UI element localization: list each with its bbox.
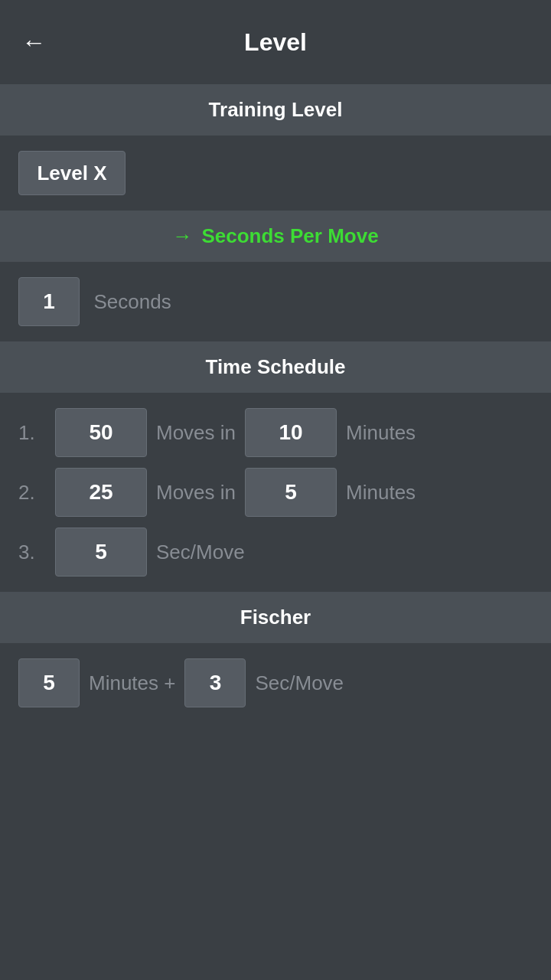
back-button[interactable]: ← bbox=[21, 30, 46, 54]
row-1-number: 1. bbox=[18, 421, 46, 445]
row-1-time-value[interactable]: 10 bbox=[245, 408, 337, 457]
row-1-time-label: Minutes bbox=[346, 421, 416, 445]
spm-title: Seconds Per Move bbox=[201, 224, 378, 248]
spm-value-box[interactable]: 1 bbox=[18, 277, 80, 326]
fischer-minutes-value[interactable]: 5 bbox=[18, 658, 80, 707]
row-1-moves-label: Moves in bbox=[156, 421, 236, 445]
fischer-sec-label: Sec/Move bbox=[255, 671, 344, 695]
row-3-number: 3. bbox=[18, 541, 46, 564]
training-level-body: Level X bbox=[0, 136, 551, 211]
schedule-row-2: 2. 25 Moves in 5 Minutes bbox=[18, 468, 533, 517]
fischer-sec-value[interactable]: 3 bbox=[184, 658, 246, 707]
row-3-moves-label: Sec/Move bbox=[156, 541, 245, 564]
level-value-box[interactable]: Level X bbox=[18, 151, 126, 195]
training-level-header: Training Level bbox=[0, 84, 551, 136]
fischer-row: 5 Minutes + 3 Sec/Move bbox=[18, 658, 533, 707]
schedule-row-1: 1. 50 Moves in 10 Minutes bbox=[18, 408, 533, 457]
row-2-moves-label: Moves in bbox=[156, 481, 236, 505]
row-2-time-value[interactable]: 5 bbox=[245, 468, 337, 517]
time-schedule-header: Time Schedule bbox=[0, 341, 551, 393]
row-1-moves-value[interactable]: 50 bbox=[55, 408, 147, 457]
fischer-header: Fischer bbox=[0, 592, 551, 643]
seconds-per-move-body: 1 Seconds bbox=[0, 262, 551, 341]
row-2-time-label: Minutes bbox=[346, 481, 416, 505]
page-title: Level bbox=[244, 28, 307, 57]
row-2-moves-value[interactable]: 25 bbox=[55, 468, 147, 517]
spm-arrow-icon: → bbox=[172, 224, 192, 248]
fischer-minutes-label: Minutes + bbox=[89, 671, 175, 695]
seconds-per-move-header: → Seconds Per Move bbox=[0, 211, 551, 262]
time-schedule-body: 1. 50 Moves in 10 Minutes 2. 25 Moves in… bbox=[0, 393, 551, 592]
row-2-number: 2. bbox=[18, 481, 46, 505]
spm-unit-label: Seconds bbox=[93, 290, 171, 313]
row-3-moves-value[interactable]: 5 bbox=[55, 528, 147, 577]
fischer-body: 5 Minutes + 3 Sec/Move bbox=[0, 643, 551, 723]
schedule-row-3: 3. 5 Sec/Move bbox=[18, 528, 533, 577]
header: ← Level bbox=[0, 0, 551, 84]
